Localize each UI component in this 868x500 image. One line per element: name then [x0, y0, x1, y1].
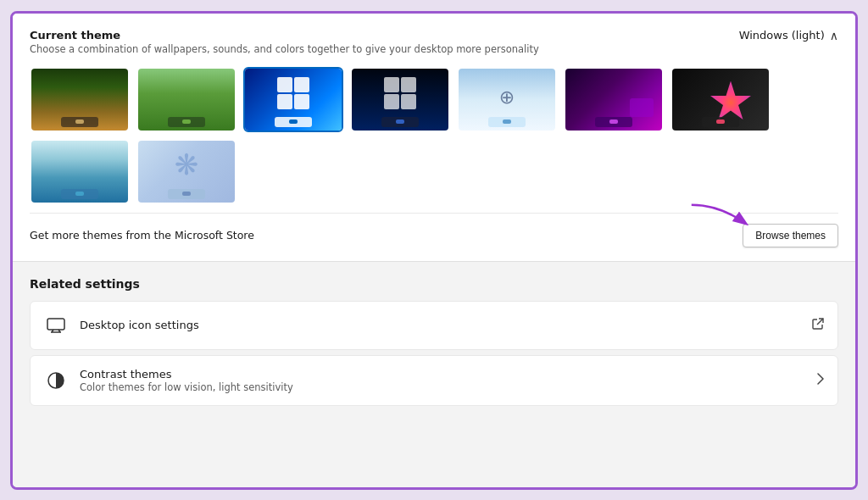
contrast-themes-label: Contrast themes — [80, 368, 293, 381]
theme-thumbnail-flower[interactable] — [670, 67, 771, 132]
taskbar-mock — [488, 117, 526, 127]
external-link-icon — [812, 318, 824, 332]
current-theme-info: Current theme Choose a combination of wa… — [30, 29, 539, 55]
theme-bg-abstract: ❋ — [138, 141, 235, 203]
logo-q2 — [294, 77, 309, 92]
theme-bg-windows11 — [245, 69, 342, 131]
logo-q1 — [384, 77, 399, 92]
selected-theme-label: Windows (light) — [739, 29, 825, 42]
taskbar-mock — [168, 189, 205, 199]
theme-bg-forest — [31, 69, 128, 131]
current-theme-title: Current theme — [30, 29, 539, 42]
taskbar-mock — [61, 189, 98, 199]
monitor-icon — [44, 314, 68, 337]
current-theme-description: Choose a combination of wallpapers, soun… — [30, 43, 539, 55]
taskbar-dot — [75, 119, 84, 124]
theme-thumbnail-clouds[interactable]: ⊕ — [457, 67, 557, 132]
taskbar-dot — [609, 119, 618, 124]
main-window: Current theme Choose a combination of wa… — [10, 11, 858, 490]
logo-q2 — [401, 77, 416, 92]
browse-themes-button[interactable]: Browse themes — [743, 224, 838, 247]
get-more-themes-bar: Get more themes from the Microsoft Store… — [30, 213, 838, 249]
theme-selector-dropdown[interactable]: Windows (light) ∧ — [739, 29, 838, 42]
taskbar-dot — [182, 192, 191, 196]
taskbar-dot — [75, 192, 84, 196]
taskbar-mock — [381, 117, 419, 127]
windows-logo-dark — [384, 77, 416, 109]
taskbar-mock — [595, 117, 632, 127]
taskbar-mock — [275, 117, 312, 127]
related-settings-title: Related settings — [30, 277, 838, 291]
theme-bg-dark-blue — [352, 69, 448, 131]
current-theme-header: Current theme Choose a combination of wa… — [30, 29, 838, 55]
contrast-themes-text: Contrast themes Color themes for low vis… — [80, 368, 293, 393]
logo-q4 — [401, 94, 416, 109]
contrast-themes-sublabel: Color themes for low vision, light sensi… — [80, 381, 293, 393]
purple-element — [630, 98, 654, 117]
theme-grid: ⊕ — [30, 67, 838, 204]
get-more-text: Get more themes from the Microsoft Store — [30, 229, 254, 242]
current-theme-section: Current theme Choose a combination of wa… — [13, 14, 855, 262]
crosshair-icon: ⊕ — [499, 86, 515, 108]
contrast-themes-left: Contrast themes Color themes for low vis… — [44, 368, 293, 393]
theme-bg-ruins — [138, 69, 235, 131]
taskbar-mock — [61, 117, 98, 127]
logo-q1 — [277, 77, 292, 92]
desktop-icon-settings-row[interactable]: Desktop icon settings — [30, 301, 838, 350]
theme-thumbnail-windows11[interactable] — [243, 67, 343, 132]
theme-thumbnail-forest[interactable] — [30, 67, 130, 132]
desktop-icon-left: Desktop icon settings — [44, 314, 199, 337]
chevron-right-icon — [817, 373, 824, 387]
swirl-icon: ❋ — [175, 147, 199, 181]
desktop-icon-settings-label: Desktop icon settings — [80, 319, 199, 331]
related-settings-section: Related settings Desktop icon settings — [13, 262, 855, 487]
windows-logo — [277, 77, 309, 109]
theme-thumbnail-ruins[interactable] — [136, 67, 236, 132]
theme-bg-purple — [565, 69, 662, 131]
theme-thumbnail-abstract[interactable]: ❋ — [136, 139, 236, 204]
contrast-themes-row[interactable]: Contrast themes Color themes for low vis… — [30, 355, 838, 406]
theme-thumbnail-purple[interactable] — [564, 67, 664, 132]
taskbar-dot — [182, 119, 191, 124]
theme-thumbnail-dark-blue[interactable] — [350, 67, 450, 132]
contrast-icon — [44, 369, 68, 392]
svg-line-4 — [817, 319, 823, 325]
taskbar-dot — [396, 119, 404, 124]
theme-bg-clouds: ⊕ — [459, 69, 555, 131]
logo-q4 — [294, 94, 309, 109]
taskbar-mock — [702, 117, 739, 127]
logo-q3 — [277, 94, 292, 109]
theme-bg-flower — [672, 69, 769, 131]
taskbar-dot — [503, 119, 511, 124]
svg-rect-0 — [47, 319, 64, 330]
theme-bg-lake — [31, 141, 128, 203]
logo-q3 — [384, 94, 399, 109]
taskbar-dot — [716, 119, 725, 124]
chevron-up-icon: ∧ — [830, 29, 838, 42]
taskbar-mock — [168, 117, 205, 127]
theme-thumbnail-lake[interactable] — [30, 139, 130, 204]
taskbar-dot — [289, 119, 298, 124]
